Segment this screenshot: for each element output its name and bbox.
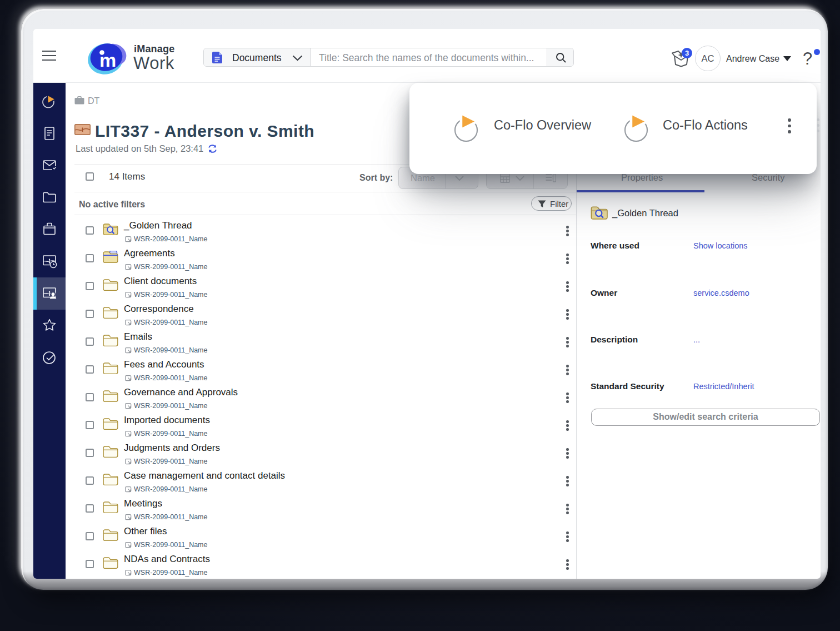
svg-text:m: m	[99, 49, 116, 71]
